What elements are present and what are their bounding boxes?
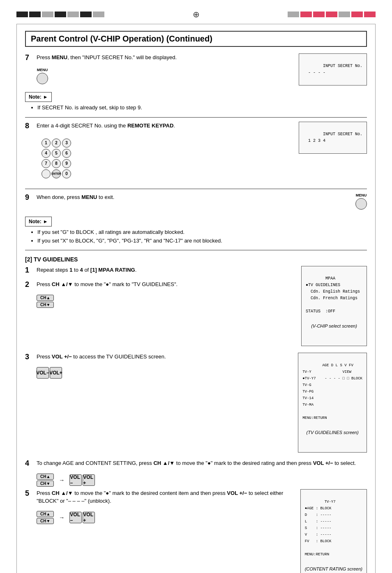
tv-guide-step-3: 3 Press VOL +/− to access the TV GUIDELI…	[25, 353, 293, 361]
ch-down-button-5: CH▼	[37, 518, 54, 524]
step-9-text: When done, press MENU to exit.	[37, 193, 345, 201]
tv-guide-step-number-4: 4	[25, 459, 34, 468]
tv-guide-step-5: 5 Press CH ▲/▼ to move the "●" mark to t…	[25, 489, 295, 505]
note-9-label: Note: ►	[25, 217, 52, 226]
crosshair-icon: ⊕	[190, 8, 202, 21]
bar-seg	[55, 12, 66, 17]
ch-up-button-4: CH▲	[37, 474, 54, 480]
bar-seg	[93, 12, 104, 17]
bar-seg	[288, 12, 299, 17]
section-2-header: [2] TV GUIDELINES	[25, 256, 367, 263]
bar-seg	[313, 12, 325, 17]
keypad-row-2: 4 5 6	[42, 149, 71, 158]
screen-content-label: (CONTENT RATING screen)	[305, 566, 362, 573]
menu-circle-button-9	[355, 198, 367, 210]
top-right-bars	[288, 12, 376, 17]
arrow-icon-4: →	[59, 477, 65, 483]
vol-pair-step5: VOL − VOL +	[69, 512, 95, 523]
tv-guide-step-3-text: Press VOL +/− to access the TV GUIDELINE…	[37, 353, 293, 361]
ch-up-down-pair-5: CH▲ CH▼	[37, 511, 54, 524]
ch-down-button-4: CH▼	[37, 481, 54, 487]
note-9-arrow-icon: ►	[43, 219, 48, 224]
note-arrow-icon: ►	[43, 94, 48, 100]
vol-plus-button-5: VOL +	[83, 512, 95, 523]
menu-label-9: MENU	[355, 193, 367, 197]
note-7-content: If SECRET No. is already set, skip to st…	[29, 104, 367, 112]
step-7: 7 Press MENU, then "INPUT SECRET No." wi…	[25, 53, 294, 62]
screen-content-rating: TV-Y7 ●AGE : BLOCK D : ----- L : ----- S…	[300, 489, 367, 573]
key-0: 0	[62, 169, 71, 178]
step-7-text: Press MENU, then "INPUT SECRET No." will…	[37, 53, 294, 62]
step5-buttons: CH▲ CH▼ → VOL − VOL +	[37, 511, 295, 524]
divider-1	[25, 117, 367, 118]
ch-up-button-5: CH▲	[37, 511, 54, 517]
keypad-row-1: 1 2 3	[42, 139, 71, 148]
tv-guide-step-5-text: Press CH ▲/▼ to move the "●" mark to the…	[37, 489, 295, 505]
key-2: 2	[52, 139, 61, 148]
bar-seg	[351, 12, 363, 17]
ch-up-down-pair: CH▲ CH▼	[37, 295, 54, 308]
bar-seg	[29, 12, 41, 17]
ch-up-down-pair-4: CH▲ CH▼	[37, 474, 54, 487]
keypad-row-4: ENTER 0	[42, 169, 71, 178]
tv-guide-step-1-text: Repeat steps 1 to 4 of [1] MPAA RATING.	[37, 266, 296, 274]
bar-seg	[364, 12, 376, 17]
tv-guide-step-2-text: Press CH ▲/▼ to move the "●" mark to "TV…	[37, 280, 296, 289]
step-8: 8 Enter a 4-digit SECRET No. using the R…	[25, 122, 294, 130]
vol-plus-button-4: VOL +	[83, 474, 95, 486]
note-9-content: If you set "G" to BLOCK , all ratings ar…	[29, 228, 367, 245]
bar-seg	[339, 12, 350, 17]
key-enter: ENTER	[52, 169, 61, 178]
tv-guide-step-2: 2 Press CH ▲/▼ to move the "●" mark to "…	[25, 280, 296, 289]
tv-guide-step-number-3: 3	[25, 353, 34, 361]
screen-input-secret-2: INPUT SECRET No. 1 2 3 4	[299, 122, 367, 154]
key-6: 6	[62, 149, 71, 158]
bar-seg	[16, 12, 28, 17]
key-8: 8	[52, 159, 61, 168]
tv-guide-step-number-1: 1	[25, 266, 34, 275]
bar-seg	[67, 12, 79, 17]
page-content-border: Parent Control (V-CHIP Operation) (Conti…	[16, 24, 376, 573]
key-1: 1	[42, 139, 51, 148]
tv-guide-step-number-2: 2	[25, 280, 34, 289]
vol-pair-step3: VOL − VOL +	[37, 367, 62, 379]
keypad-illustration: 1 2 3 4 5 6 7 8 9	[37, 136, 294, 182]
screen-tv-guidelines: AGE D L S V FV TV-Y VIEW ●TV-Y7 - - - - …	[298, 353, 367, 453]
note-9: Note: ► If you set "G" to BLOCK , all ra…	[25, 217, 367, 245]
tv-guide-step-1: 1 Repeat steps 1 to 4 of [1] MPAA RATING…	[25, 266, 296, 275]
note-7: Note: ► If SECRET No. is already set, sk…	[25, 92, 367, 112]
vol-pair-step4: VOL − VOL +	[69, 474, 95, 486]
keypad-row-3: 7 8 9	[42, 159, 71, 168]
step-9: 9 When done, press MENU to exit. MENU	[25, 193, 367, 211]
divider-3	[25, 250, 367, 250]
bar-seg	[300, 12, 312, 17]
menu-label: MENU	[37, 68, 48, 72]
numeric-keypad: 1 2 3 4 5 6 7 8 9	[42, 139, 71, 180]
screen-vchip-select: MPAA ●TV GUIDELINES Cdn. English Ratings…	[301, 266, 367, 346]
chv-label: CH▼	[40, 303, 50, 307]
top-left-bars	[16, 12, 104, 17]
bar-seg	[326, 12, 337, 17]
key-4: 4	[42, 149, 51, 158]
key-blank	[42, 169, 51, 178]
vol-buttons-step3: VOL − VOL +	[37, 367, 293, 379]
ch-buttons-step2: CH▲ CH▼	[37, 295, 296, 308]
bar-seg	[42, 12, 53, 17]
divider-2	[25, 189, 367, 189]
ch-down-button: CH▼	[37, 302, 54, 308]
cha-label: CH▲	[40, 296, 50, 300]
screen-tvg-label: (TV GUIDELINES screen)	[302, 429, 362, 437]
menu-circle-button	[37, 73, 48, 84]
step-8-text: Enter a 4-digit SECRET No. using the REM…	[37, 122, 294, 130]
vol-minus-button-4: VOL −	[69, 474, 82, 486]
screen-vchip-label: (V-CHIP select screen)	[306, 323, 362, 330]
vol-plus-button: VOL +	[50, 367, 62, 379]
top-decorative-bar: ⊕	[16, 8, 376, 21]
step-number-7: 7	[25, 53, 34, 62]
step4-buttons: CH▲ CH▼ → VOL − VOL +	[37, 474, 367, 487]
arrow-icon-5: →	[59, 514, 65, 521]
step-number-8: 8	[25, 122, 34, 130]
vol-minus-button: VOL −	[37, 367, 49, 379]
tv-guide-step-4-text: To change AGE and CONTENT SETTING, press…	[37, 459, 367, 467]
step-number-9: 9	[25, 193, 34, 202]
